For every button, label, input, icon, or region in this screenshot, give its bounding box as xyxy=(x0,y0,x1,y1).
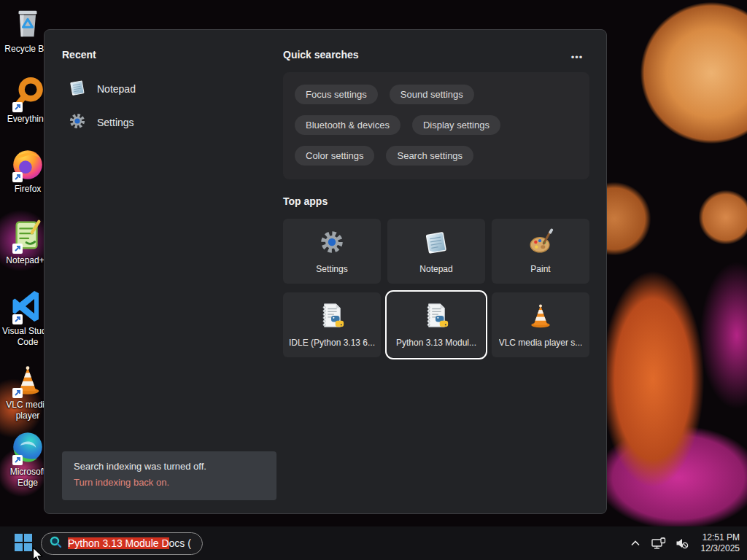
windows-logo-icon xyxy=(14,533,33,554)
search-input-text: Python 3.13 Module Docs ( xyxy=(68,537,191,549)
start-button[interactable] xyxy=(12,532,35,555)
tray-volume-muted-icon[interactable] xyxy=(673,532,691,554)
top-app-tile-python-module-docs[interactable]: Python 3.13 Modul... xyxy=(387,292,485,357)
more-options-button[interactable]: ••• xyxy=(564,49,590,65)
taskbar-clock[interactable]: 12:51 PM 12/3/2025 xyxy=(697,532,740,554)
search-text-rest: ocs ( xyxy=(169,537,191,549)
indexing-notice: Search indexing was turned off. Turn ind… xyxy=(62,451,276,500)
edge-icon xyxy=(9,429,46,465)
vlc-icon xyxy=(9,362,46,398)
shortcut-arrow-icon xyxy=(12,314,23,324)
taskbar-search-box[interactable]: Python 3.13 Module Docs ( xyxy=(41,532,203,555)
shortcut-arrow-icon xyxy=(12,172,23,182)
recycle-bin-icon xyxy=(9,6,46,42)
system-tray: 12:51 PM 12/3/2025 xyxy=(627,532,747,554)
desktop-icon-label: Everything xyxy=(7,114,49,125)
top-app-tile-vlc[interactable]: VLC media player s... xyxy=(492,292,589,357)
quick-search-display-settings[interactable]: Display settings xyxy=(412,115,500,135)
quick-search-sound-settings[interactable]: Sound settings xyxy=(390,85,474,104)
desktop: Recycle Bin Everything xyxy=(0,0,747,560)
turn-indexing-on-link[interactable]: Turn indexing back on. xyxy=(74,477,169,488)
quick-search-color-settings[interactable]: Color settings xyxy=(295,146,374,166)
quick-searches-card: Focus settings Sound settings Bluetooth … xyxy=(283,72,589,179)
gear-icon xyxy=(68,112,87,133)
recent-item-settings[interactable]: Settings xyxy=(68,110,228,135)
tray-chevron-up-icon[interactable] xyxy=(627,532,644,554)
top-app-tile-settings[interactable]: Settings xyxy=(283,219,381,284)
quick-search-bluetooth-devices[interactable]: Bluetooth & devices xyxy=(295,115,400,135)
desktop-icon-label: Notepad++ xyxy=(6,255,49,266)
tile-label: Settings xyxy=(316,264,347,274)
tile-label: VLC media player s... xyxy=(499,338,583,348)
tray-network-icon[interactable] xyxy=(650,532,667,554)
recent-header: Recent xyxy=(62,49,96,61)
tile-label: Python 3.13 Modul... xyxy=(396,338,476,348)
recent-item-notepad[interactable]: Notepad xyxy=(68,77,228,101)
clock-date: 12/3/2025 xyxy=(701,543,740,554)
shortcut-arrow-icon xyxy=(12,455,23,465)
search-text-selected: Python 3.13 Module D xyxy=(68,537,169,549)
recent-item-label: Notepad xyxy=(97,83,136,95)
firefox-icon xyxy=(9,146,46,182)
quick-search-search-settings[interactable]: Search settings xyxy=(386,146,473,166)
top-apps-grid: Settings Notepad xyxy=(283,219,591,357)
search-panel: Recent Notepad xyxy=(44,29,607,514)
indexing-notice-message: Search indexing was turned off. xyxy=(74,461,265,472)
notepad-icon xyxy=(422,228,450,259)
notepad-icon xyxy=(68,78,87,100)
everything-icon xyxy=(9,76,46,112)
paint-palette-icon xyxy=(527,228,554,259)
tile-label: IDLE (Python 3.13 6... xyxy=(289,338,375,348)
top-app-tile-paint[interactable]: Paint xyxy=(492,219,589,284)
tile-label: Paint xyxy=(530,264,550,274)
top-apps-header: Top apps xyxy=(283,195,328,207)
top-app-tile-idle-python[interactable]: IDLE (Python 3.13 6... xyxy=(283,292,381,357)
gear-icon xyxy=(318,228,346,259)
notepad-plus-plus-icon xyxy=(9,217,46,254)
search-icon xyxy=(49,535,62,551)
taskbar: Python 3.13 Module Docs ( xyxy=(0,526,747,560)
quick-search-focus-settings[interactable]: Focus settings xyxy=(295,85,378,104)
shortcut-arrow-icon xyxy=(12,102,23,112)
clock-time: 12:51 PM xyxy=(701,532,740,543)
vscode-icon xyxy=(9,288,46,324)
tile-label: Notepad xyxy=(419,264,452,274)
recent-item-label: Settings xyxy=(97,117,134,128)
quick-searches-header: Quick searches xyxy=(283,49,359,61)
top-app-tile-notepad[interactable]: Notepad xyxy=(387,219,485,284)
python-document-icon xyxy=(422,302,450,332)
vlc-cone-icon xyxy=(527,302,554,332)
desktop-icon-label: Firefox xyxy=(15,184,42,195)
shortcut-arrow-icon xyxy=(12,244,23,254)
python-document-icon xyxy=(318,302,346,332)
shortcut-arrow-icon xyxy=(12,388,23,398)
